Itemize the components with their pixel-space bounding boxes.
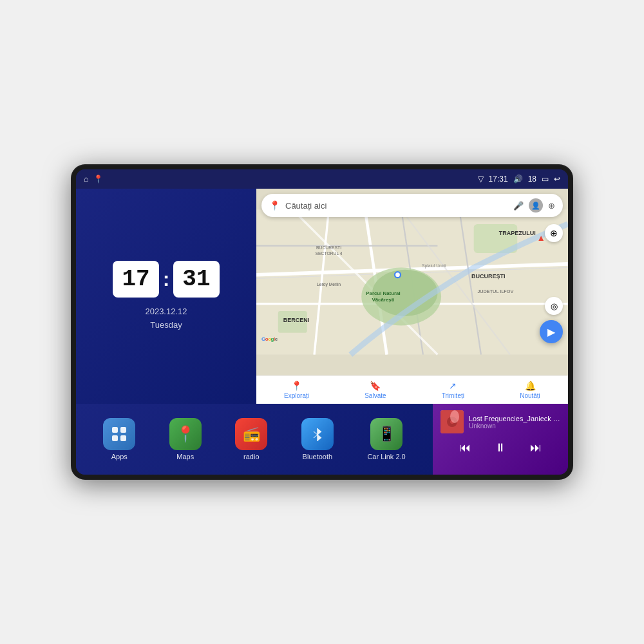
clock-hour: 17 bbox=[113, 261, 158, 298]
svg-rect-29 bbox=[120, 427, 126, 433]
svg-rect-28 bbox=[112, 427, 118, 433]
svg-rect-30 bbox=[112, 435, 118, 441]
signal-icon: ▽ bbox=[478, 175, 484, 184]
clock-display: 17 : 31 bbox=[113, 261, 219, 298]
music-player: Lost Frequencies_Janieck Devy-... Unknow… bbox=[433, 404, 568, 475]
music-meta: Lost Frequencies_Janieck Devy-... Unknow… bbox=[469, 415, 560, 430]
svg-point-38 bbox=[450, 410, 459, 423]
svg-text:TRAPEZULUI: TRAPEZULUI bbox=[499, 230, 536, 236]
clock-colon: : bbox=[163, 267, 170, 291]
mic-icon[interactable]: 🎤 bbox=[513, 201, 524, 211]
svg-text:Parcul Natural: Parcul Natural bbox=[366, 290, 400, 296]
bluetooth-icon-svg bbox=[309, 426, 326, 442]
svg-text:Splaiul Unirii: Splaiul Unirii bbox=[422, 263, 446, 269]
svg-text:Văcărești: Văcărești bbox=[372, 297, 394, 303]
map-location-button[interactable]: ◎ bbox=[545, 297, 563, 315]
map-panel[interactable]: 📍 Căutați aici 🎤 👤 ⊕ bbox=[256, 189, 568, 404]
battery-icon: ▭ bbox=[542, 175, 549, 184]
app-item-apps[interactable]: Apps bbox=[103, 418, 135, 460]
apps-icon-svg bbox=[110, 425, 128, 443]
clock-panel: 17 : 31 2023.12.12 Tuesday bbox=[76, 189, 256, 404]
account-icon[interactable]: 👤 bbox=[529, 198, 543, 213]
music-info: Lost Frequencies_Janieck Devy-... Unknow… bbox=[440, 410, 560, 433]
day-text: Tuesday bbox=[145, 319, 187, 332]
share-icon: ↗ bbox=[449, 381, 457, 391]
carlink-label: Car Link 2.0 bbox=[367, 453, 405, 460]
map-nav-saved[interactable]: 🔖 Salvate bbox=[357, 378, 393, 402]
top-section: 17 : 31 2023.12.12 Tuesday 📍 Căutați aic… bbox=[76, 189, 568, 404]
main-content: 17 : 31 2023.12.12 Tuesday 📍 Căutați aic… bbox=[76, 189, 568, 475]
clock-minute: 31 bbox=[173, 261, 219, 298]
app-item-maps[interactable]: 📍 Maps bbox=[169, 418, 202, 460]
maps-status-icon[interactable]: 📍 bbox=[93, 175, 103, 184]
svg-text:Leroy Merlin: Leroy Merlin bbox=[317, 282, 341, 287]
map-navigate-fab[interactable]: ▶ bbox=[540, 320, 563, 343]
map-search-placeholder: Căutați aici bbox=[285, 201, 508, 211]
google-logo: Google bbox=[261, 336, 278, 342]
maps-icon: 📍 bbox=[169, 418, 202, 450]
apps-label: Apps bbox=[111, 453, 128, 460]
bluetooth-label: Bluetooth bbox=[303, 453, 332, 460]
svg-text:BUCUREȘTI: BUCUREȘTI bbox=[316, 245, 341, 251]
music-artist: Unknown bbox=[469, 422, 560, 430]
music-controls: ⏮ ⏸ ⏭ bbox=[440, 439, 560, 457]
back-icon[interactable]: ↩ bbox=[554, 175, 560, 184]
app-item-carlink[interactable]: 📱 Car Link 2.0 bbox=[367, 418, 405, 460]
svg-point-26 bbox=[395, 272, 400, 277]
svg-rect-31 bbox=[120, 435, 126, 441]
map-search-bar[interactable]: 📍 Căutați aici 🎤 👤 ⊕ bbox=[261, 194, 563, 217]
news-icon: 🔔 bbox=[525, 381, 536, 391]
map-nav-news[interactable]: 🔔 Noutăți bbox=[512, 378, 548, 402]
maps-label: Maps bbox=[176, 453, 194, 460]
apps-icon bbox=[103, 418, 135, 450]
map-nav-explore[interactable]: 📍 Explorați bbox=[276, 378, 317, 402]
map-search-icons: 🎤 👤 ⊕ bbox=[513, 198, 555, 213]
saved-label: Salvate bbox=[365, 392, 386, 399]
svg-text:SECTORUL 4: SECTORUL 4 bbox=[316, 251, 343, 256]
layers-icon[interactable]: ⊕ bbox=[548, 201, 555, 211]
status-left: ⌂ 📍 bbox=[84, 175, 103, 184]
music-title: Lost Frequencies_Janieck Devy-... bbox=[469, 415, 560, 422]
saved-icon: 🔖 bbox=[370, 381, 381, 391]
device-body: ⌂ 📍 ▽ 17:31 🔊 18 ▭ ↩ 17 : bbox=[71, 164, 573, 480]
news-label: Noutăți bbox=[520, 392, 540, 399]
bottom-section: Apps 📍 Maps 📻 radio bbox=[76, 404, 568, 475]
music-next-button[interactable]: ⏭ bbox=[525, 439, 547, 457]
maps-pin-icon: 📍 bbox=[269, 200, 280, 211]
explore-label: Explorați bbox=[284, 392, 309, 399]
status-time: 17:31 bbox=[489, 175, 508, 184]
map-compass[interactable]: ⊕ bbox=[545, 224, 563, 242]
map-nav-share[interactable]: ↗ Trimiteți bbox=[434, 378, 472, 402]
svg-text:BERCENI: BERCENI bbox=[283, 317, 310, 323]
svg-text:▲: ▲ bbox=[537, 233, 545, 243]
volume-icon: 🔊 bbox=[513, 175, 523, 184]
share-label: Trimiteți bbox=[442, 392, 464, 399]
carlink-icon: 📱 bbox=[370, 418, 402, 450]
app-item-bluetooth[interactable]: Bluetooth bbox=[301, 418, 334, 460]
apps-area: Apps 📍 Maps 📻 radio bbox=[76, 404, 433, 475]
volume-level: 18 bbox=[528, 175, 536, 184]
svg-text:JUDEȚUL ILFOV: JUDEȚUL ILFOV bbox=[478, 289, 514, 294]
status-bar: ⌂ 📍 ▽ 17:31 🔊 18 ▭ ↩ bbox=[76, 169, 568, 189]
music-art bbox=[440, 410, 464, 433]
device-screen: ⌂ 📍 ▽ 17:31 🔊 18 ▭ ↩ 17 : bbox=[76, 169, 568, 475]
status-right: ▽ 17:31 🔊 18 ▭ ↩ bbox=[478, 175, 560, 184]
music-play-button[interactable]: ⏸ bbox=[489, 439, 511, 457]
home-icon[interactable]: ⌂ bbox=[84, 175, 88, 184]
app-item-radio[interactable]: 📻 radio bbox=[235, 418, 267, 460]
map-nav-bar: 📍 Explorați 🔖 Salvate ↗ Trimiteți 🔔 bbox=[256, 375, 568, 404]
date-info: 2023.12.12 Tuesday bbox=[145, 305, 187, 332]
radio-label: radio bbox=[243, 453, 259, 460]
explore-icon: 📍 bbox=[291, 381, 302, 391]
music-prev-button[interactable]: ⏮ bbox=[454, 439, 476, 457]
radio-icon: 📻 bbox=[235, 418, 267, 450]
bluetooth-icon bbox=[301, 418, 334, 450]
svg-text:BUCUREȘTI: BUCUREȘTI bbox=[471, 273, 506, 279]
music-thumbnail bbox=[440, 410, 464, 433]
date-text: 2023.12.12 bbox=[145, 305, 187, 319]
